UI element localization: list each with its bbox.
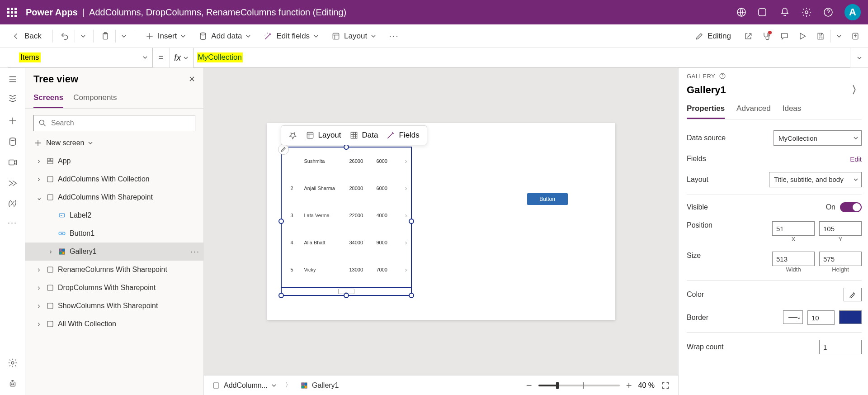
media-rail-icon[interactable]	[8, 157, 18, 167]
tree-view-icon[interactable]	[8, 95, 18, 105]
gallery-row[interactable]: 3Lata Verma220004000›	[282, 202, 411, 229]
visible-toggle[interactable]	[840, 202, 862, 212]
resize-handle[interactable]	[409, 293, 414, 298]
add-data-button[interactable]: Add data	[195, 29, 255, 43]
data-rail-icon[interactable]	[8, 137, 18, 147]
save-dropdown[interactable]	[836, 33, 842, 39]
undo-icon[interactable]	[60, 32, 69, 41]
publish-icon[interactable]	[851, 32, 860, 41]
resize-handle[interactable]	[278, 219, 284, 224]
resize-handle[interactable]	[344, 293, 349, 298]
contextual-fields-button[interactable]: Fields	[386, 131, 419, 140]
hamburger-icon[interactable]	[8, 74, 18, 84]
variables-icon[interactable]: (x)	[8, 199, 17, 207]
canvas[interactable]: Layout Data Fields	[204, 68, 678, 375]
paste-dropdown[interactable]	[121, 33, 127, 39]
position-x-input[interactable]: 51	[772, 221, 815, 236]
tree-item[interactable]: ›AddColumns With Collection	[25, 170, 203, 188]
edit-fields-button[interactable]: Edit fields	[260, 29, 322, 43]
zoom-in-button[interactable]: +	[626, 380, 632, 391]
border-color-picker[interactable]	[839, 310, 862, 324]
formula-input[interactable]: MyCollection	[193, 48, 850, 67]
position-y-input[interactable]: 105	[819, 221, 862, 236]
notifications-icon[interactable]	[779, 7, 790, 18]
pin-icon[interactable]	[288, 131, 297, 140]
tree-item[interactable]: ›All With Collection	[25, 315, 203, 333]
virtual-agent-icon[interactable]	[8, 379, 18, 389]
insert-rail-icon[interactable]	[8, 116, 18, 126]
tree-item[interactable]: ›ShowColumns With Sharepoint	[25, 297, 203, 315]
environment-icon[interactable]	[736, 7, 747, 18]
app-launcher-icon[interactable]	[7, 8, 17, 17]
artboard: Layout Data Fields	[267, 123, 615, 320]
back-button[interactable]: Back	[8, 29, 45, 43]
undo-history-dropdown[interactable]	[80, 33, 86, 39]
zoom-slider[interactable]	[538, 385, 620, 386]
fields-edit-link[interactable]: Edit	[850, 155, 862, 163]
more-rail-icon[interactable]: ···	[8, 218, 17, 228]
tab-ideas[interactable]: Ideas	[783, 101, 802, 119]
tree-search-input[interactable]	[33, 115, 195, 131]
tree-item[interactable]: ›Gallery1···	[25, 243, 203, 261]
settings-rail-icon[interactable]	[8, 358, 18, 368]
help-icon[interactable]	[823, 7, 834, 18]
tab-properties[interactable]: Properties	[687, 101, 725, 119]
paste-icon[interactable]	[101, 32, 110, 41]
contextual-data-button[interactable]: Data	[349, 131, 378, 140]
tab-screens[interactable]: Screens	[33, 90, 63, 108]
breadcrumb-control[interactable]: Gallery1	[300, 381, 339, 390]
new-screen-button[interactable]: New screen	[25, 136, 203, 152]
size-width-input[interactable]: 513	[772, 252, 815, 266]
titlebar: Power Apps | AddColumns, DropColumns, Re…	[0, 0, 868, 24]
canvas-button-control[interactable]: Button	[527, 193, 568, 205]
avatar[interactable]: A	[844, 4, 861, 20]
save-icon[interactable]	[816, 32, 825, 41]
edit-pencil-icon[interactable]	[278, 144, 289, 155]
fx-button[interactable]: fx	[169, 48, 193, 67]
gallery-row[interactable]: 5Vicky130007000›	[282, 256, 411, 283]
resize-handle[interactable]	[409, 219, 414, 224]
layout-button[interactable]: Layout	[328, 29, 380, 43]
property-selector[interactable]: Items	[8, 48, 153, 67]
editing-mode-button[interactable]: Editing	[691, 29, 735, 43]
gallery-control[interactable]: Sushmita260006000›2Anjali Sharma28000600…	[281, 147, 412, 296]
app-checker-button[interactable]	[762, 32, 771, 41]
more-commands[interactable]: ···	[385, 28, 403, 44]
close-tree-button[interactable]: ✕	[189, 74, 195, 84]
share-icon[interactable]	[744, 32, 753, 41]
expand-formula-button[interactable]	[850, 48, 868, 67]
tree-item[interactable]: ›RenameColumns With Sharepoint	[25, 261, 203, 279]
expand-panel-icon[interactable]: 〉	[852, 83, 862, 97]
size-height-input[interactable]: 575	[819, 252, 862, 266]
settings-icon[interactable]	[801, 7, 812, 18]
tree-item[interactable]: ›App	[25, 152, 203, 170]
power-automate-icon[interactable]	[8, 178, 18, 188]
contextual-layout-button[interactable]: Layout	[306, 131, 341, 140]
insert-button[interactable]: Insert	[142, 29, 190, 43]
gallery-row[interactable]: 2Anjali Sharma280006000›	[282, 175, 411, 202]
gallery-row[interactable]: 4Alia Bhatt340009000›	[282, 229, 411, 256]
tab-advanced[interactable]: Advanced	[736, 101, 771, 119]
copilot-icon[interactable]	[758, 7, 769, 18]
fit-to-screen-icon[interactable]	[661, 381, 670, 390]
tree-item[interactable]: Button1	[25, 224, 203, 243]
preview-icon[interactable]	[798, 32, 807, 41]
tree-item[interactable]: ›DropColumns With Sharepoint	[25, 279, 203, 297]
layout-select[interactable]: Title, subtitle, and body	[769, 172, 862, 187]
tree-item[interactable]: Label2	[25, 206, 203, 224]
zoom-out-button[interactable]: −	[526, 380, 532, 391]
control-name[interactable]: Gallery1	[687, 84, 726, 96]
gallery-row[interactable]: Sushmita260006000›	[282, 148, 411, 175]
border-width-input[interactable]: 10	[807, 310, 835, 325]
wrap-count-input[interactable]: 1	[819, 340, 862, 354]
item-more-icon[interactable]: ···	[190, 247, 200, 257]
tab-components[interactable]: Components	[73, 90, 117, 108]
info-icon[interactable]	[719, 72, 726, 80]
resize-handle[interactable]	[278, 293, 284, 298]
breadcrumb-screen[interactable]: AddColumn...	[212, 381, 277, 390]
tree-item[interactable]: ⌄AddColumns With Sharepoint	[25, 188, 203, 206]
data-source-select[interactable]: MyCollection	[774, 130, 862, 146]
comments-icon[interactable]	[780, 32, 789, 41]
color-picker[interactable]	[844, 288, 862, 301]
border-style-select[interactable]: ⌄	[783, 310, 803, 324]
